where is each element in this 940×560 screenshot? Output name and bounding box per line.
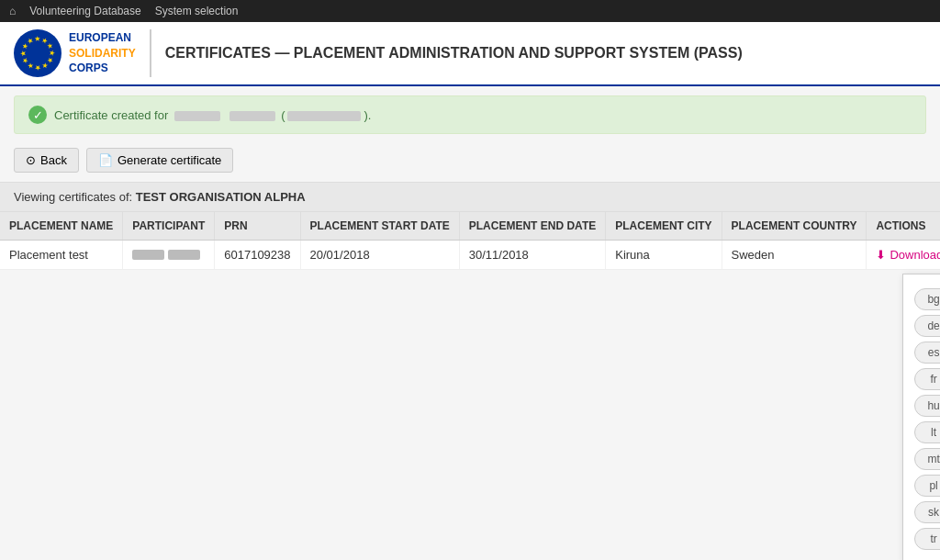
- cell-city: Kiruna: [606, 241, 722, 270]
- language-popup: × bgcsdadeelenesetfifrgahrhuisitltlvmkmt…: [902, 274, 940, 560]
- back-icon: ⊙: [26, 153, 36, 167]
- cell-end-date: 30/11/2018: [459, 241, 605, 270]
- redacted-id: [287, 111, 361, 121]
- lang-btn-lt[interactable]: lt: [914, 421, 940, 443]
- certificates-table-container: PLACEMENT NAME PARTICIPANT PRN PLACEMENT…: [0, 212, 940, 270]
- eu-logo: [14, 29, 62, 77]
- lang-btn-mt[interactable]: mt: [914, 448, 940, 470]
- top-navigation: ⌂ Volunteering Database System selection: [0, 0, 940, 22]
- generate-certificate-button[interactable]: 📄 Generate certificate: [86, 148, 233, 173]
- lang-btn-hu[interactable]: hu: [914, 395, 940, 417]
- page-title: CERTIFICATES — PLACEMENT ADMINISTRATION …: [165, 45, 743, 62]
- redacted-participant-2: [168, 250, 200, 260]
- lang-btn-sk[interactable]: sk: [914, 501, 940, 523]
- col-end-date: PLACEMENT END DATE: [459, 212, 605, 241]
- check-icon: ✓: [28, 106, 47, 124]
- language-grid: bgcsdadeelenesetfifrgahrhuisitltlvmkmtnl…: [914, 288, 940, 550]
- alert-text: Certificate created for ().: [54, 108, 371, 122]
- back-button[interactable]: ⊙ Back: [14, 148, 79, 173]
- lang-btn-tr[interactable]: tr: [914, 528, 940, 550]
- home-icon[interactable]: ⌂: [9, 5, 16, 17]
- table-header-row: PLACEMENT NAME PARTICIPANT PRN PLACEMENT…: [0, 212, 940, 241]
- viewing-bar: Viewing certificates of: TEST ORGANISATI…: [0, 182, 940, 212]
- col-participant: PARTICIPANT: [123, 212, 215, 241]
- certificates-table: PLACEMENT NAME PARTICIPANT PRN PLACEMENT…: [0, 212, 940, 270]
- lang-btn-fr[interactable]: fr: [914, 368, 940, 390]
- redacted-name-2: [229, 111, 275, 121]
- lang-btn-de[interactable]: de: [914, 315, 940, 337]
- cell-country: Sweden: [722, 241, 867, 270]
- cell-start-date: 20/01/2018: [300, 241, 459, 270]
- participant-cell: [132, 250, 205, 260]
- lang-btn-bg[interactable]: bg: [914, 288, 940, 310]
- redacted-name-1: [174, 111, 220, 121]
- redacted-participant-1: [132, 250, 164, 260]
- col-placement-name: PLACEMENT NAME: [0, 212, 123, 241]
- nav-link-volunteering[interactable]: Volunteering Database: [29, 5, 140, 17]
- table-row: Placement test 6017109238 20/01/2018 30/…: [0, 241, 940, 270]
- col-prn: PRN: [215, 212, 300, 241]
- col-city: PLACEMENT CITY: [606, 212, 722, 241]
- logo-text: EUROPEAN SOLIDARITY CORPS: [69, 30, 136, 76]
- lang-btn-pl[interactable]: pl: [914, 475, 940, 497]
- lang-btn-es[interactable]: es: [914, 342, 940, 364]
- cell-placement-name: Placement test: [0, 241, 123, 270]
- col-start-date: PLACEMENT START DATE: [300, 212, 459, 241]
- col-actions: ACTIONS: [867, 212, 940, 241]
- cloud-download-icon: ⬇: [876, 248, 886, 262]
- button-area: ⊙ Back 📄 Generate certificate: [0, 143, 940, 182]
- document-icon: 📄: [98, 153, 113, 167]
- logo-block: EUROPEAN SOLIDARITY CORPS: [14, 29, 151, 77]
- cell-prn: 6017109238: [215, 241, 300, 270]
- col-country: PLACEMENT COUNTRY: [722, 212, 867, 241]
- page-header: EUROPEAN SOLIDARITY CORPS CERTIFICATES —…: [0, 22, 940, 86]
- cell-participant: [123, 241, 215, 270]
- nav-link-system-selection[interactable]: System selection: [155, 5, 239, 17]
- cell-actions: ⬇ Download for printing × bgcsdadeelenes…: [867, 241, 940, 270]
- success-alert: ✓ Certificate created for ().: [14, 95, 926, 134]
- download-for-printing-link[interactable]: ⬇ Download for printing: [876, 248, 940, 262]
